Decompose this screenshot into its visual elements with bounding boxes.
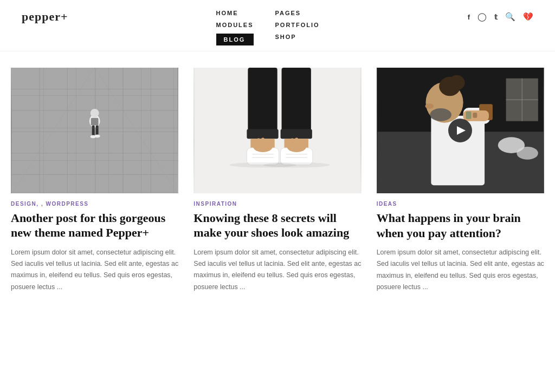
play-button[interactable] xyxy=(448,119,472,142)
svg-rect-59 xyxy=(466,112,471,119)
svg-point-19 xyxy=(95,134,100,138)
category-tag[interactable]: INSPIRATION xyxy=(193,201,237,207)
post-category: INSPIRATION xyxy=(193,201,361,207)
nav-item-blog[interactable]: BLOG xyxy=(216,34,254,45)
svg-rect-16 xyxy=(92,126,95,136)
svg-point-50 xyxy=(517,147,538,160)
svg-point-45 xyxy=(263,162,330,168)
nav-col-1: HOMEMODULESBLOG xyxy=(216,10,254,45)
post-category: DESIGN, WORDPRESS xyxy=(11,201,178,207)
twitter-icon[interactable]: 𝕥 xyxy=(494,13,498,21)
social-icons: f ◯ 𝕥 🔍 💔 xyxy=(468,10,533,22)
svg-point-61 xyxy=(425,103,434,109)
bag-icon[interactable]: 💔 xyxy=(523,12,533,22)
post-title[interactable]: What happens in your brain when you pay … xyxy=(377,211,544,240)
post-title[interactable]: Another post for this gorgeous new theme… xyxy=(11,211,178,240)
svg-point-13 xyxy=(89,115,100,128)
svg-rect-22 xyxy=(248,68,278,137)
svg-line-12 xyxy=(95,68,178,193)
post-excerpt: Lorem ipsum dolor sit amet, consectetur … xyxy=(11,247,178,293)
post-title[interactable]: Knowing these 8 secrets will make your s… xyxy=(193,211,361,240)
svg-point-40 xyxy=(260,138,266,146)
category-tag[interactable]: WORDPRESS xyxy=(41,201,89,207)
svg-rect-60 xyxy=(473,113,477,118)
main-content: DESIGN, WORDPRESS Another post for this … xyxy=(0,51,555,315)
svg-point-14 xyxy=(91,109,99,117)
nav-col-2: PAGESPORTFOLIOSHOP xyxy=(275,10,320,40)
post-image-3[interactable] xyxy=(377,68,544,193)
nav-item-home[interactable]: HOME xyxy=(216,10,254,16)
svg-point-18 xyxy=(91,135,96,138)
posts-grid: DESIGN, WORDPRESS Another post for this … xyxy=(11,68,544,293)
post-card: INSPIRATION Knowing these 8 secrets will… xyxy=(193,68,361,293)
svg-rect-25 xyxy=(281,129,312,139)
svg-rect-0 xyxy=(12,68,178,193)
svg-rect-23 xyxy=(282,68,311,137)
svg-rect-17 xyxy=(96,126,99,136)
post-card: DESIGN, WORDPRESS Another post for this … xyxy=(11,68,178,293)
nav-item-portfolio[interactable]: PORTFOLIO xyxy=(275,22,320,28)
category-tag[interactable]: DESIGN xyxy=(11,201,36,207)
svg-line-11 xyxy=(12,68,95,193)
category-tag[interactable]: IDEAS xyxy=(377,201,397,207)
nav-item-shop[interactable]: SHOP xyxy=(275,34,320,40)
facebook-icon[interactable]: f xyxy=(468,13,470,21)
svg-point-43 xyxy=(294,138,300,146)
svg-point-57 xyxy=(430,108,451,121)
svg-rect-24 xyxy=(247,129,279,139)
svg-rect-15 xyxy=(91,118,99,126)
post-card: IDEAS What happens in your brain when yo… xyxy=(377,68,544,293)
post-category: IDEAS xyxy=(377,201,544,207)
post-image-1[interactable] xyxy=(11,68,178,193)
svg-point-56 xyxy=(449,75,465,90)
instagram-icon[interactable]: ◯ xyxy=(477,12,487,22)
post-image-2[interactable] xyxy=(193,68,361,193)
logo[interactable]: pepper+ xyxy=(22,10,68,24)
nav-links: HOMEMODULESBLOG PAGESPORTFOLIOSHOP xyxy=(216,10,320,45)
nav-item-modules[interactable]: MODULES xyxy=(216,22,254,28)
nav-item-pages[interactable]: PAGES xyxy=(275,10,320,16)
search-icon[interactable]: 🔍 xyxy=(505,12,515,22)
post-excerpt: Lorem ipsum dolor sit amet, consectetur … xyxy=(193,247,361,293)
main-nav: pepper+ HOMEMODULESBLOG PAGESPORTFOLIOSH… xyxy=(0,0,555,51)
post-excerpt: Lorem ipsum dolor sit amet, consectetur … xyxy=(377,247,544,293)
